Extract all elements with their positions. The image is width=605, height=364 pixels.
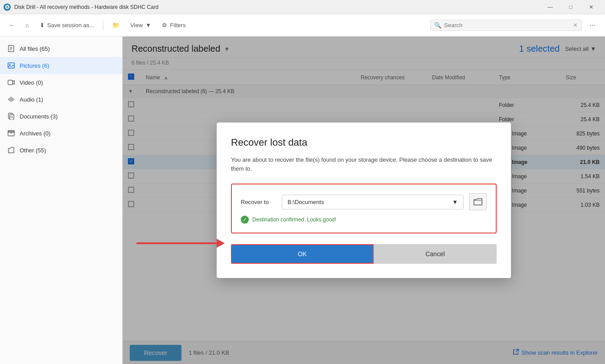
archives-icon: [7, 129, 15, 137]
recover-modal: Recover lost data You are about to recov…: [217, 123, 511, 278]
save-session-button[interactable]: ⬇ Save session as...: [36, 20, 98, 30]
app-icon: 💿: [4, 4, 11, 11]
other-icon: [7, 146, 15, 154]
path-value: B:\Documents: [288, 199, 324, 205]
filters-button[interactable]: ⚙ Filters: [158, 20, 189, 30]
recover-to-row: Recover to B:\Documents ▼: [241, 193, 487, 210]
confirmed-text: Destination confirmed. Looks good!: [252, 217, 336, 223]
pictures-icon: [7, 61, 15, 70]
arrow-head-icon: [217, 239, 225, 248]
dropdown-chevron-icon: ▼: [452, 199, 458, 205]
sidebar-item-other[interactable]: Other (55): [0, 142, 122, 159]
content-area: Reconstructed labeled ▼ 1 selected Selec…: [123, 37, 605, 364]
cancel-label: Cancel: [425, 250, 445, 258]
view-label: View: [130, 22, 143, 29]
modal-buttons: OK Cancel: [231, 244, 497, 264]
svg-point-5: [9, 64, 11, 65]
more-button[interactable]: ···: [585, 18, 600, 33]
chevron-down-icon: ▼: [145, 22, 151, 29]
video-icon: [7, 78, 15, 86]
sidebar-label-documents: Documents (3): [20, 113, 115, 120]
all-files-icon: [7, 45, 15, 53]
back-icon: ←: [9, 22, 15, 29]
sidebar-item-audio[interactable]: Audio (1): [0, 91, 122, 108]
home-icon: ⌂: [25, 22, 29, 29]
more-icon: ···: [589, 21, 595, 29]
close-button[interactable]: ✕: [581, 0, 601, 14]
sidebar-item-documents[interactable]: Documents (3): [0, 108, 122, 125]
path-dropdown[interactable]: B:\Documents ▼: [282, 195, 464, 209]
maximize-button[interactable]: □: [560, 0, 581, 14]
sidebar: All files (65) Pictures (6) Video (0) Au…: [0, 37, 123, 364]
audio-icon: [7, 95, 15, 103]
sidebar-item-all-files[interactable]: All files (65): [0, 40, 122, 57]
window-controls: — □ ✕: [540, 0, 601, 14]
main-layout: All files (65) Pictures (6) Video (0) Au…: [0, 37, 605, 364]
folder-button[interactable]: 📁: [109, 20, 123, 30]
minimize-button[interactable]: —: [540, 0, 560, 14]
check-circle-icon: ✓: [241, 216, 249, 224]
filters-label: Filters: [170, 22, 185, 29]
toolbar-separator: [103, 20, 103, 31]
modal-title: Recover lost data: [231, 137, 497, 148]
sidebar-label-pictures: Pictures (6): [20, 62, 115, 69]
search-box[interactable]: 🔍 ✕: [430, 20, 582, 31]
arrow-line: [136, 242, 217, 244]
window-title: Disk Drill - All recovery methods - Hard…: [14, 4, 536, 10]
recover-to-label: Recover to: [241, 199, 276, 205]
view-button[interactable]: View ▼: [127, 20, 155, 30]
filter-icon: ⚙: [162, 22, 167, 29]
clear-search-icon[interactable]: ✕: [573, 22, 578, 29]
modal-overlay: Recover lost data You are about to recov…: [123, 37, 605, 364]
sidebar-label-other: Other (55): [20, 147, 115, 154]
sidebar-label-video: Video (0): [20, 79, 115, 86]
ok-button[interactable]: OK: [231, 244, 374, 264]
sidebar-item-video[interactable]: Video (0): [0, 74, 122, 91]
search-icon: 🔍: [434, 22, 441, 29]
documents-icon: [7, 112, 15, 120]
destination-confirmed-row: ✓ Destination confirmed. Looks good!: [241, 216, 487, 224]
arrow-annotation: [136, 239, 225, 248]
sidebar-label-archives: Archives (0): [20, 130, 115, 137]
download-icon: ⬇: [40, 22, 45, 29]
sidebar-label-all-files: All files (65): [20, 45, 115, 52]
svg-rect-6: [8, 80, 12, 85]
svg-rect-8: [10, 115, 14, 120]
home-button[interactable]: ⌂: [22, 20, 33, 30]
folder-icon: 📁: [112, 22, 119, 29]
sidebar-item-pictures[interactable]: Pictures (6): [0, 57, 122, 74]
back-button[interactable]: ←: [5, 20, 18, 30]
ok-label: OK: [298, 250, 307, 258]
titlebar: 💿 Disk Drill - All recovery methods - Ha…: [0, 0, 605, 14]
browse-folder-button[interactable]: [469, 193, 487, 210]
sidebar-item-archives[interactable]: Archives (0): [0, 125, 122, 142]
modal-description: You are about to recover the file(s) fou…: [231, 155, 497, 173]
search-input[interactable]: [444, 22, 570, 29]
cancel-button[interactable]: Cancel: [374, 244, 497, 264]
sidebar-label-audio: Audio (1): [20, 96, 115, 103]
folder-browse-icon: [473, 198, 482, 205]
toolbar: ← ⌂ ⬇ Save session as... 📁 View ▼ ⚙ Filt…: [0, 14, 605, 37]
save-session-label: Save session as...: [47, 22, 95, 29]
recover-section: Recover to B:\Documents ▼: [231, 184, 497, 233]
